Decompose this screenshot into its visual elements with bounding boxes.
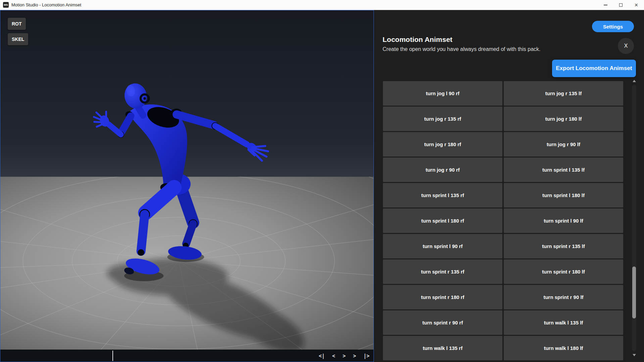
- skip-end-button[interactable]: |>: [363, 353, 369, 359]
- animation-button[interactable]: turn sprint l 135 rf: [383, 183, 502, 207]
- animation-button[interactable]: turn sprint l 90 rf: [383, 234, 502, 258]
- 3d-viewport-canvas[interactable]: [0, 10, 374, 350]
- animation-button[interactable]: turn sprint l 180 lf: [504, 183, 623, 207]
- animation-button[interactable]: turn sprint l 135 lf: [504, 158, 623, 182]
- animation-button[interactable]: turn sprint r 135 lf: [504, 234, 623, 258]
- animation-button[interactable]: turn sprint l 180 rf: [383, 208, 502, 233]
- playback-controls: <| < > > |>: [319, 350, 369, 362]
- 3d-scene[interactable]: [0, 10, 374, 350]
- maximize-button[interactable]: [613, 0, 629, 10]
- 3d-viewport[interactable]: ROT SKEL <| < > > |>: [0, 10, 374, 362]
- skel-button[interactable]: SKEL: [8, 33, 28, 45]
- scrollbar-thumb[interactable]: [632, 266, 636, 318]
- minimize-button[interactable]: [598, 0, 613, 10]
- app-window: MS Motion Studio - Locomotion Animset ×: [0, 0, 644, 362]
- panel-subtitle: Create the open world you have always dr…: [383, 46, 540, 52]
- animset-panel: Settings Locomotion Animset Create the o…: [374, 10, 644, 362]
- step-forward-button[interactable]: >: [353, 353, 356, 359]
- scroll-up-icon[interactable]: [633, 80, 636, 82]
- list-scrollbar[interactable]: [632, 79, 637, 357]
- animation-button[interactable]: turn jog r 180 lf: [504, 107, 623, 131]
- animation-button[interactable]: turn jog r 90 lf: [504, 132, 623, 157]
- title-bar: MS Motion Studio - Locomotion Animset ×: [0, 0, 644, 10]
- animation-button[interactable]: turn sprint r 180 lf: [504, 259, 623, 284]
- animation-button[interactable]: turn jog r 135 lf: [504, 81, 623, 106]
- app-icon: MS: [3, 2, 9, 8]
- animation-button[interactable]: turn sprint r 135 rf: [383, 259, 502, 284]
- animation-button[interactable]: turn walk l 135 lf: [504, 310, 623, 335]
- animation-button[interactable]: turn jog r 135 rf: [383, 107, 502, 131]
- viewport-toolbar: ROT SKEL: [8, 18, 28, 45]
- rot-button[interactable]: ROT: [8, 18, 26, 30]
- scroll-down-icon[interactable]: [633, 354, 636, 356]
- close-window-button[interactable]: ×: [629, 0, 644, 10]
- close-panel-button[interactable]: X: [618, 38, 634, 54]
- animation-button[interactable]: turn walk l 180 lf: [504, 336, 623, 360]
- minimize-icon: [604, 5, 607, 5]
- timeline[interactable]: <| < > > |>: [0, 350, 374, 362]
- close-icon: ×: [635, 2, 638, 8]
- animation-button[interactable]: turn jog r 90 rf: [383, 158, 502, 182]
- window-title: Motion Studio - Locomotion Animset: [11, 2, 81, 7]
- panel-title: Locomotion Animset: [383, 36, 452, 44]
- play-button[interactable]: >: [343, 353, 346, 359]
- animation-button[interactable]: turn jog r 180 rf: [383, 132, 502, 157]
- animation-button[interactable]: turn walk l 135 rf: [383, 336, 502, 360]
- settings-button[interactable]: Settings: [592, 21, 634, 32]
- animation-list: turn jog l 90 rf turn jog r 135 lf turn …: [383, 81, 623, 360]
- skip-start-button[interactable]: <|: [319, 353, 325, 359]
- animation-button[interactable]: turn jog l 90 rf: [383, 81, 502, 106]
- step-back-button[interactable]: <: [332, 353, 335, 359]
- animation-button[interactable]: turn sprint l 90 lf: [504, 208, 623, 233]
- scene-sky: [0, 10, 374, 177]
- animation-button[interactable]: turn sprint r 90 lf: [504, 285, 623, 309]
- animation-button[interactable]: turn sprint r 90 rf: [383, 310, 502, 335]
- export-animset-button[interactable]: Export Locomotion Animset: [552, 60, 636, 77]
- timeline-playhead[interactable]: [112, 351, 113, 361]
- maximize-icon: [619, 3, 623, 7]
- animation-button[interactable]: turn sprint r 180 rf: [383, 285, 502, 309]
